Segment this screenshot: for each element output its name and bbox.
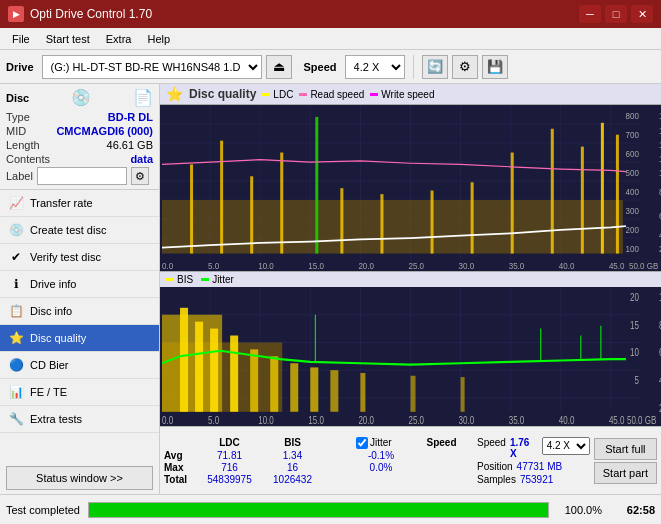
- menu-extra[interactable]: Extra: [98, 31, 140, 47]
- refresh-button[interactable]: 🔄: [422, 55, 448, 79]
- speed-label: Speed: [304, 61, 337, 73]
- toolbar-separator: [413, 55, 414, 79]
- svg-rect-104: [330, 371, 338, 413]
- svg-rect-56: [551, 129, 554, 254]
- disc-label-btn[interactable]: ⚙: [131, 167, 149, 185]
- svg-rect-55: [511, 153, 514, 254]
- nav-fe-te[interactable]: 📊 FE / TE: [0, 379, 159, 406]
- svg-rect-57: [581, 147, 584, 254]
- disc-contents-row: Contents data: [6, 153, 153, 165]
- menu-file[interactable]: File: [4, 31, 38, 47]
- progress-bar-container: [88, 502, 549, 518]
- avg-label: Avg: [164, 450, 194, 461]
- disc-icon2: 📄: [133, 88, 153, 107]
- burn-button[interactable]: 💾: [482, 55, 508, 79]
- svg-rect-52: [380, 194, 383, 253]
- ldc-legend-label: LDC: [273, 89, 293, 100]
- nav-disc-quality[interactable]: ⭐ Disc quality: [0, 325, 159, 352]
- svg-text:700: 700: [626, 130, 639, 141]
- max-ldc: 716: [202, 462, 257, 473]
- svg-rect-101: [270, 357, 278, 412]
- jitter-legend-dot: [201, 278, 209, 281]
- window-controls: ─ □ ✕: [579, 5, 653, 23]
- drive-select[interactable]: (G:) HL-DT-ST BD-RE WH16NS48 1.D3: [42, 55, 262, 79]
- speed-stat-label: Speed: [477, 437, 506, 459]
- disc-label-row: Label ⚙: [6, 167, 153, 185]
- speed-stat-value: 1.76 X: [510, 437, 538, 459]
- nav-cd-bier[interactable]: 🔵 CD Bier: [0, 352, 159, 379]
- nav-disc-info[interactable]: 📋 Disc info: [0, 298, 159, 325]
- settings-button[interactable]: ⚙: [452, 55, 478, 79]
- svg-rect-107: [461, 377, 465, 412]
- eject-button[interactable]: ⏏: [266, 55, 292, 79]
- svg-text:15.0: 15.0: [308, 260, 324, 271]
- samples-label: Samples: [477, 474, 516, 485]
- svg-text:30.0: 30.0: [459, 260, 475, 271]
- svg-text:10.0: 10.0: [258, 260, 274, 271]
- left-panel: Disc 💿 📄 Type BD-R DL MID CMCMAGDI6 (000…: [0, 84, 160, 494]
- bis-legend-dot: [166, 278, 174, 281]
- menu-bar: File Start test Extra Help: [0, 28, 661, 50]
- disc-type-value: BD-R DL: [108, 111, 153, 123]
- nav-transfer-rate-label: Transfer rate: [30, 197, 93, 209]
- stats-empty: [164, 437, 194, 449]
- menu-help[interactable]: Help: [139, 31, 178, 47]
- disc-label-input[interactable]: [37, 167, 127, 185]
- svg-text:400: 400: [626, 187, 639, 198]
- minimize-button[interactable]: ─: [579, 5, 601, 23]
- svg-text:20: 20: [630, 291, 639, 304]
- bottom-chart-area: 20 15 10 5 10% 8% 6% 4% 2% 0.0 5.0 10.0 …: [160, 287, 661, 426]
- svg-text:15: 15: [630, 319, 639, 332]
- svg-text:50.0 GB: 50.0 GB: [629, 260, 659, 271]
- main-layout: Disc 💿 📄 Type BD-R DL MID CMCMAGDI6 (000…: [0, 84, 661, 494]
- legend-jitter: Jitter: [201, 274, 234, 285]
- svg-rect-50: [315, 117, 318, 254]
- nav-verify-test-disc[interactable]: ✔ Verify test disc: [0, 244, 159, 271]
- fe-te-icon: 📊: [8, 384, 24, 400]
- menu-start-test[interactable]: Start test: [38, 31, 98, 47]
- jitter-checkbox[interactable]: [356, 437, 368, 449]
- bottom-chart-svg: 20 15 10 5 10% 8% 6% 4% 2% 0.0 5.0 10.0 …: [160, 287, 661, 426]
- svg-rect-54: [471, 182, 474, 253]
- nav-drive-info[interactable]: ℹ Drive info: [0, 271, 159, 298]
- speed-dropdown[interactable]: 4.2 X: [542, 437, 590, 455]
- nav-transfer-rate[interactable]: 📈 Transfer rate: [0, 190, 159, 217]
- total-bis: 1026432: [265, 474, 320, 485]
- ldc-legend-dot: [262, 93, 270, 96]
- svg-text:0.0: 0.0: [162, 414, 173, 426]
- app-title: Opti Drive Control 1.70: [30, 7, 152, 21]
- nav-create-test-disc[interactable]: 💿 Create test disc: [0, 217, 159, 244]
- nav-extra-tests[interactable]: 🔧 Extra tests: [0, 406, 159, 433]
- title-bar: ▶ Opti Drive Control 1.70 ─ □ ✕: [0, 0, 661, 28]
- start-part-button[interactable]: Start part: [594, 462, 657, 484]
- avg-jitter: -0.1%: [356, 450, 406, 461]
- bis-legend-label: BIS: [177, 274, 193, 285]
- close-button[interactable]: ✕: [631, 5, 653, 23]
- stats-empty2: [328, 437, 348, 449]
- legend-write-speed: Write speed: [370, 89, 434, 100]
- stats-empty4: [328, 462, 348, 473]
- app-icon: ▶: [8, 6, 24, 22]
- position-row: Position 47731 MB: [477, 461, 590, 472]
- svg-text:0.0: 0.0: [162, 260, 173, 271]
- svg-rect-105: [360, 373, 365, 412]
- nav-extra-tests-label: Extra tests: [30, 413, 82, 425]
- nav-menu: 📈 Transfer rate 💿 Create test disc ✔ Ver…: [0, 190, 159, 462]
- disc-section-title: Disc: [6, 92, 29, 104]
- time-display: 62:58: [610, 504, 655, 516]
- svg-text:35.0: 35.0: [509, 414, 525, 426]
- svg-text:45.0: 45.0: [609, 414, 625, 426]
- max-jitter: 0.0%: [356, 462, 406, 473]
- toolbar: Drive (G:) HL-DT-ST BD-RE WH16NS48 1.D3 …: [0, 50, 661, 84]
- svg-text:200: 200: [626, 225, 639, 236]
- start-full-button[interactable]: Start full: [594, 438, 657, 460]
- speed-select[interactable]: 4.2 X: [345, 55, 405, 79]
- nav-cd-bier-label: CD Bier: [30, 359, 69, 371]
- status-window-button[interactable]: Status window >>: [6, 466, 153, 490]
- stats-empty3: [328, 450, 348, 461]
- verify-test-disc-icon: ✔: [8, 249, 24, 265]
- maximize-button[interactable]: □: [605, 5, 627, 23]
- svg-rect-47: [220, 141, 223, 254]
- status-text: Test completed: [6, 504, 80, 516]
- disc-contents-value: data: [130, 153, 153, 165]
